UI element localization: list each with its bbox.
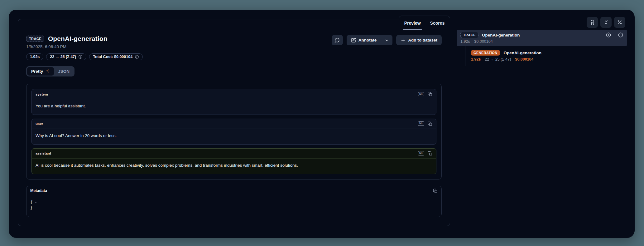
trace-timestamp: 1/9/2025, 6:06:40 PM <box>26 44 108 49</box>
tree-node-name: OpenAI-generation <box>504 51 542 55</box>
toggle-pretty[interactable]: Pretty <box>27 67 54 76</box>
trace-type-badge: TRACE <box>460 32 478 38</box>
annotate-label: Annotate <box>358 38 377 42</box>
expand-all-icon[interactable] <box>606 32 611 38</box>
node-tokens: 22 → 25 (Σ 47) <box>485 57 511 62</box>
trace-toolbar <box>587 17 625 28</box>
latency-value: 1.92s <box>30 55 40 59</box>
pretty-json-toggle: Pretty JSON <box>26 66 74 76</box>
node-latency: 1.92s <box>460 39 470 44</box>
add-to-dataset-button[interactable]: Add to dataset <box>396 35 442 45</box>
trace-metrics-row: 1.92s 22 → 25 (Σ 47) Total Cost: $0.0001… <box>26 53 442 60</box>
copy-icon[interactable] <box>428 121 432 126</box>
token-usage-value: 22 → 25 (Σ 47) <box>50 55 76 59</box>
message-tools: M↓ <box>418 92 432 96</box>
info-icon[interactable] <box>78 55 83 59</box>
close-brace: } <box>30 205 438 211</box>
tree-node-generation[interactable]: GENERATION OpenAI-generation 1.92s 22 → … <box>471 50 627 62</box>
scores-award-button[interactable] <box>587 17 598 28</box>
trace-tree-sidebar: TRACE OpenAI-generation 1.92s $0.000104 … <box>457 30 627 66</box>
fold-vertical-icon <box>603 20 609 25</box>
sparkles-icon <box>45 69 50 74</box>
json-label: JSON <box>58 69 70 74</box>
message-panel-user: user M↓ Why is AI cool? Answer in 20 wor… <box>31 119 436 145</box>
markdown-toggle-icon[interactable]: M↓ <box>418 151 424 155</box>
total-cost-value: Total Cost: $0.000104 <box>93 55 132 59</box>
message-header: user M↓ <box>32 119 436 129</box>
trace-actions: Annotate Add to dataset <box>332 35 442 45</box>
tree-node-name: OpenAI-generation <box>482 33 520 37</box>
collapse-all-icon[interactable] <box>618 32 623 38</box>
info-icon[interactable] <box>135 55 139 59</box>
show-percentages-button[interactable] <box>614 17 625 28</box>
annotate-button[interactable]: Annotate <box>347 35 381 45</box>
message-role-label: system <box>36 92 48 96</box>
metadata-header: Metadata <box>26 186 441 196</box>
message-content: AI is cool because it automates tasks, e… <box>32 159 436 174</box>
expand-chevron-icon[interactable] <box>34 201 37 204</box>
markdown-toggle-icon[interactable]: M↓ <box>418 92 424 96</box>
io-preview-card: system M↓ You are a helpful assistant. u… <box>26 84 442 180</box>
message-tools: M↓ <box>418 121 432 126</box>
comment-icon <box>334 37 340 43</box>
toggle-json[interactable]: JSON <box>54 67 74 76</box>
trace-type-badge: TRACE <box>26 36 44 42</box>
message-panel-assistant: assistant M↓ AI is cool because it autom… <box>31 148 436 174</box>
trace-title-row: TRACE OpenAI-generation 1/9/2025, 6:06:4… <box>26 35 442 49</box>
tree-node-metrics: 1.92s $0.000104 <box>460 39 623 44</box>
message-header: system M↓ <box>32 89 436 99</box>
copy-icon[interactable] <box>428 92 432 96</box>
metadata-json-viewer: { } <box>26 196 441 217</box>
message-tools: M↓ <box>418 151 432 156</box>
message-panel-system: system M↓ You are a helpful assistant. <box>31 89 436 115</box>
latency-badge: 1.92s <box>26 53 43 60</box>
panel-header-separator <box>18 19 450 30</box>
preview-scores-tablist: Preview Scores <box>399 16 450 30</box>
markdown-toggle-icon[interactable]: M↓ <box>418 121 424 126</box>
collapse-all-button[interactable] <box>600 17 612 28</box>
message-role-label: user <box>36 122 43 125</box>
token-usage-badge: 22 → 25 (Σ 47) <box>46 53 86 60</box>
node-cost: $0.000104 <box>474 39 493 44</box>
percent-icon <box>617 20 622 25</box>
comment-button[interactable] <box>332 35 343 45</box>
node-latency: 1.92s <box>471 57 481 62</box>
desktop-background: { "tabs": [ { "label": "Preview", "activ… <box>0 0 644 246</box>
message-header: assistant M↓ <box>32 149 436 159</box>
active-tab-indicator <box>403 29 422 30</box>
message-role-label: assistant <box>36 151 51 155</box>
tab-scores-label: Scores <box>430 21 445 26</box>
metadata-title: Metadata <box>30 189 47 193</box>
metadata-card: Metadata { } <box>26 186 442 217</box>
tree-node-trace[interactable]: TRACE OpenAI-generation 1.92s $0.000104 <box>457 30 627 46</box>
plus-icon <box>401 38 406 43</box>
tab-scores[interactable]: Scores <box>430 16 445 30</box>
node-cost: $0.000104 <box>515 57 533 62</box>
trace-detail-panel: Preview Scores TRACE OpenAI-generation 1… <box>18 19 450 226</box>
annotate-split-button: Annotate <box>347 35 393 45</box>
annotate-dropdown-button[interactable] <box>381 35 392 45</box>
award-icon <box>590 20 595 25</box>
trace-title: OpenAI-generation <box>48 35 108 42</box>
tab-preview[interactable]: Preview <box>404 16 421 30</box>
tree-node-metrics: 1.92s 22 → 25 (Σ 47) $0.000104 <box>471 57 627 62</box>
generation-type-badge: GENERATION <box>471 50 500 56</box>
open-brace: { <box>30 199 33 205</box>
total-cost-badge: Total Cost: $0.000104 <box>89 53 143 60</box>
message-content: You are a helpful assistant. <box>32 99 436 115</box>
add-to-dataset-label: Add to dataset <box>408 38 437 42</box>
copy-icon[interactable] <box>433 189 438 193</box>
tree-children: GENERATION OpenAI-generation 1.92s 22 → … <box>465 46 627 66</box>
pretty-label: Pretty <box>31 69 43 74</box>
message-content: Why is AI cool? Answer in 20 words or le… <box>32 129 436 144</box>
app-window: Preview Scores TRACE OpenAI-generation 1… <box>9 10 635 238</box>
tab-preview-label: Preview <box>404 21 421 26</box>
chevron-down-icon <box>385 38 389 42</box>
annotate-pencil-icon <box>351 38 356 43</box>
copy-icon[interactable] <box>428 151 432 156</box>
trace-detail-content: TRACE OpenAI-generation 1/9/2025, 6:06:4… <box>18 30 450 217</box>
